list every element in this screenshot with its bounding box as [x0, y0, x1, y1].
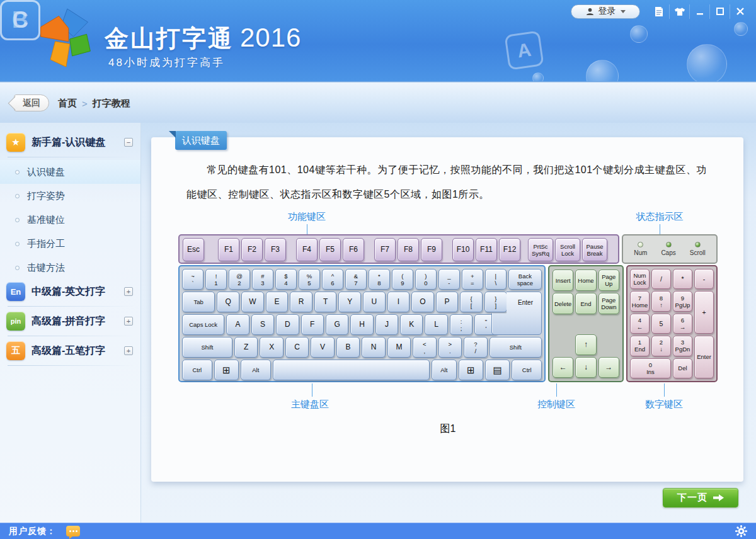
section-toggle-icon[interactable]: + — [124, 317, 133, 326]
control-key-panel: InsertHomePageUpDeleteEndPageDown↑←↓→ — [548, 265, 624, 382]
key->-.: >. — [438, 337, 462, 358]
key-F1: F1 — [218, 238, 239, 261]
bullet-icon — [15, 266, 20, 270]
sidebar-section-wubi[interactable]: 五高级篇-五笔打字+ — [0, 339, 140, 363]
divider — [8, 365, 135, 366]
key-T: T — [314, 292, 337, 312]
key-Shift: Shift — [182, 337, 232, 358]
key-W: W — [241, 292, 264, 312]
section-toggle-icon[interactable]: − — [124, 138, 133, 147]
close-button[interactable] — [730, 4, 750, 19]
key-F6: F6 — [343, 238, 364, 261]
sidebar-item[interactable]: 打字姿势 — [0, 184, 140, 208]
content-panel: 认识键盘 常见的键盘有101、104键等若干种。为了便于记忆，按照功能的不同，我… — [151, 137, 743, 482]
feedback-label: 用户反馈： — [9, 526, 56, 537]
maximize-button[interactable] — [709, 4, 730, 19]
minimize-icon — [696, 8, 704, 15]
breadcrumb: 首页 > 打字教程 — [58, 98, 130, 110]
section-icon-pinyin: pin — [6, 312, 25, 331]
led-label: Caps — [661, 249, 675, 256]
key-*-8: *8 — [369, 269, 390, 290]
sidebar-item[interactable]: 击键方法 — [0, 256, 140, 280]
next-page-button[interactable]: 下一页 — [663, 488, 738, 508]
key-A: A — [226, 314, 249, 335]
notes-button[interactable] — [649, 4, 669, 19]
feedback-bubble-icon[interactable] — [66, 526, 80, 536]
key-Ctrl: Ctrl — [182, 360, 212, 380]
key-F8: F8 — [398, 238, 419, 261]
settings-gear-button[interactable] — [735, 525, 747, 537]
key-4-←: 4← — [630, 314, 650, 334]
key-Caps Lock: Caps Lock — [182, 314, 224, 335]
key-C: C — [285, 337, 309, 358]
section-toggle-icon[interactable]: + — [124, 346, 133, 355]
key-F7: F7 — [374, 238, 396, 261]
key-)-0: )0 — [415, 269, 437, 290]
key-@-2: @2 — [229, 269, 250, 290]
sidebar-item[interactable]: 认识键盘 — [0, 160, 140, 184]
key-R: R — [290, 292, 312, 312]
document-icon — [655, 6, 663, 17]
footer-bar: 用户反馈： — [0, 523, 756, 539]
key-&-7: &7 — [345, 269, 367, 290]
body-area: ★新手篇-认识键盘−认识键盘打字姿势基准键位手指分工击键方法En中级篇-英文打字… — [0, 123, 756, 523]
breadcrumb-separator: > — [82, 98, 88, 109]
section-icon-english: En — [6, 282, 25, 301]
skin-button[interactable] — [669, 4, 689, 19]
key-F3: F3 — [265, 238, 286, 261]
status-led-num: Num — [634, 242, 647, 256]
bullet-icon — [15, 218, 20, 222]
key-K: K — [400, 314, 423, 335]
key-Delete: Delete — [553, 293, 573, 314]
led-dot-icon — [638, 242, 643, 247]
key-Alt: Alt — [432, 360, 456, 380]
app-logo-icon — [35, 6, 95, 72]
window-topbar: 登录 — [571, 4, 750, 19]
key-7-Home: 7Home — [630, 291, 650, 311]
key-- — [273, 360, 430, 380]
key-9-PgUp: 9PgUp — [673, 291, 692, 311]
sidebar-section-english[interactable]: En中级篇-英文打字+ — [0, 280, 140, 304]
key-B: B — [336, 337, 360, 358]
breadcrumb-bar: 返回 首页 > 打字教程 — [0, 82, 756, 123]
bubble-decor — [687, 44, 727, 82]
key-:-;: :; — [450, 314, 472, 335]
key-!-1: !1 — [205, 269, 227, 290]
login-button[interactable]: 登录 — [571, 4, 640, 19]
key-N: N — [362, 337, 385, 358]
key-?-/: ?/ — [464, 337, 487, 358]
key-↑: ↑ — [575, 334, 596, 355]
status-indicator-panel: NumCapsScroll — [622, 234, 718, 264]
sidebar-section-pinyin[interactable]: pin高级篇-拼音打字+ — [0, 309, 140, 333]
key-H: H — [350, 314, 373, 335]
back-button[interactable]: 返回 — [14, 94, 49, 111]
connector-line — [312, 383, 312, 397]
key-Scroll-Lock: ScrollLock — [555, 238, 580, 261]
sidebar-section-beginner[interactable]: ★新手篇-认识键盘− — [0, 130, 140, 154]
label-main-zone: 主键盘区 — [291, 399, 329, 411]
main-keyboard-panel: ~`!1@2#3$4%5^6&7*8(9)0_-+=|\BackspaceTab… — [178, 265, 546, 382]
key-Page-Down: PageDown — [598, 293, 619, 314]
bubble-decor — [734, 22, 748, 36]
key-Num-Lock: NumLock — [630, 269, 650, 289]
sidebar-item[interactable]: 手指分工 — [0, 232, 140, 256]
bullet-icon — [15, 194, 20, 198]
minimize-button[interactable] — [689, 4, 709, 19]
decor-letter-c: C — [0, 0, 40, 40]
key-+: + — [694, 291, 714, 334]
breadcrumb-home[interactable]: 首页 — [58, 98, 77, 110]
label-status-zone: 状态指示区 — [636, 211, 684, 223]
label-function-zone: 功能键区 — [288, 211, 326, 223]
key-1-End: 1End — [630, 336, 650, 356]
sidebar-item-label: 基准键位 — [27, 214, 65, 226]
key-5: 5 — [651, 314, 671, 334]
key-}-]: }] — [484, 292, 507, 312]
sidebar-item[interactable]: 基准键位 — [0, 208, 140, 232]
led-dot-icon — [695, 242, 701, 247]
app-slogan: 48小时成为打字高手 — [108, 55, 225, 70]
key-F10: F10 — [452, 238, 474, 261]
bullet-icon — [15, 242, 20, 246]
section-toggle-icon[interactable]: + — [124, 287, 133, 296]
sidebar: ★新手篇-认识键盘−认识键盘打字姿势基准键位手指分工击键方法En中级篇-英文打字… — [0, 123, 141, 523]
key-⊞: ⊞ — [459, 360, 483, 380]
